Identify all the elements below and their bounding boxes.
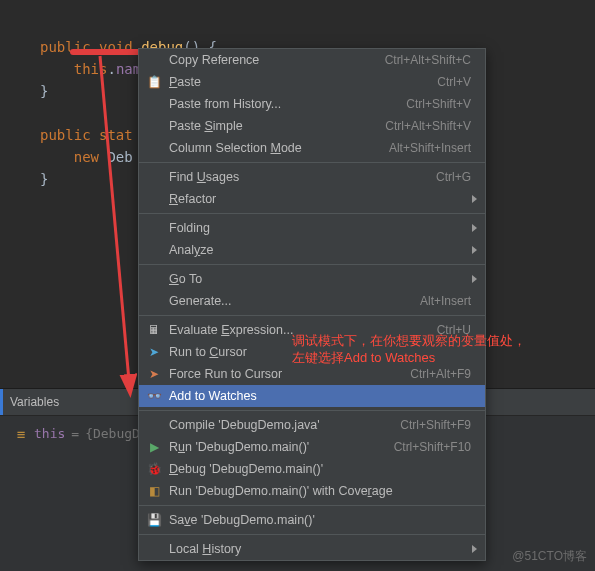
debug-icon: 🐞 xyxy=(147,462,161,476)
menu-item-label: Generate... xyxy=(169,294,420,308)
menu-item-label: Find Usages xyxy=(169,170,436,184)
menu-item[interactable]: Paste from History...Ctrl+Shift+V xyxy=(139,93,485,115)
menu-separator xyxy=(139,213,485,214)
menu-item-label: Force Run to Cursor xyxy=(169,367,410,381)
menu-item-shortcut: Ctrl+Shift+F9 xyxy=(400,418,471,432)
menu-item[interactable]: 👓Add to Watches xyxy=(139,385,485,407)
menu-item-shortcut: Ctrl+Alt+Shift+C xyxy=(385,53,471,67)
save-icon: 💾 xyxy=(147,513,161,527)
menu-item-label: Evaluate Expression... xyxy=(169,323,437,337)
menu-item[interactable]: Go To xyxy=(139,268,485,290)
context-menu: Copy ReferenceCtrl+Alt+Shift+C📋PasteCtrl… xyxy=(138,48,486,561)
menu-separator xyxy=(139,534,485,535)
menu-item[interactable]: 🖩Evaluate Expression...Ctrl+U xyxy=(139,319,485,341)
watermark: @51CTO博客 xyxy=(512,548,587,565)
menu-item-label: Column Selection Mode xyxy=(169,141,389,155)
menu-item-shortcut: Ctrl+Shift+F10 xyxy=(394,440,471,454)
menu-item-label: Save 'DebugDemo.main()' xyxy=(169,513,471,527)
force-run-cursor-icon: ➤ xyxy=(147,367,161,381)
submenu-arrow-icon xyxy=(472,246,477,254)
menu-item-label: Paste xyxy=(169,75,437,89)
menu-separator xyxy=(139,505,485,506)
var-icon: ≡ xyxy=(14,427,28,441)
menu-item[interactable]: Find UsagesCtrl+G xyxy=(139,166,485,188)
menu-separator xyxy=(139,264,485,265)
menu-item-shortcut: Ctrl+Shift+V xyxy=(406,97,471,111)
menu-item-shortcut: Ctrl+Alt+F9 xyxy=(410,367,471,381)
menu-item[interactable]: Copy ReferenceCtrl+Alt+Shift+C xyxy=(139,49,485,71)
menu-item-label: Go To xyxy=(169,272,471,286)
submenu-arrow-icon xyxy=(472,195,477,203)
menu-item-label: Run 'DebugDemo.main()' with Coverage xyxy=(169,484,471,498)
menu-item[interactable]: Refactor xyxy=(139,188,485,210)
run-icon: ▶ xyxy=(147,440,161,454)
menu-item[interactable]: ▶Run 'DebugDemo.main()'Ctrl+Shift+F10 xyxy=(139,436,485,458)
coverage-icon: ◧ xyxy=(147,484,161,498)
run-cursor-icon: ➤ xyxy=(147,345,161,359)
menu-separator xyxy=(139,162,485,163)
menu-item[interactable]: Paste SimpleCtrl+Alt+Shift+V xyxy=(139,115,485,137)
menu-item[interactable]: 🐞Debug 'DebugDemo.main()' xyxy=(139,458,485,480)
menu-item-label: Run 'DebugDemo.main()' xyxy=(169,440,394,454)
menu-item[interactable]: 📋PasteCtrl+V xyxy=(139,71,485,93)
menu-item-shortcut: Ctrl+V xyxy=(437,75,471,89)
menu-item-label: Compile 'DebugDemo.java' xyxy=(169,418,400,432)
menu-item-label: Analyze xyxy=(169,243,471,257)
submenu-arrow-icon xyxy=(472,224,477,232)
menu-separator xyxy=(139,410,485,411)
menu-item-label: Refactor xyxy=(169,192,471,206)
menu-item-label: Paste from History... xyxy=(169,97,406,111)
menu-item-label: Debug 'DebugDemo.main()' xyxy=(169,462,471,476)
menu-item-label: Add to Watches xyxy=(169,389,471,403)
menu-item[interactable]: Folding xyxy=(139,217,485,239)
var-name: this xyxy=(34,426,65,441)
menu-item-label: Run to Cursor xyxy=(169,345,471,359)
menu-item-shortcut: Alt+Shift+Insert xyxy=(389,141,471,155)
menu-item[interactable]: Generate...Alt+Insert xyxy=(139,290,485,312)
menu-item[interactable]: Local History xyxy=(139,538,485,560)
menu-item-shortcut: Alt+Insert xyxy=(420,294,471,308)
menu-item-label: Local History xyxy=(169,542,471,556)
submenu-arrow-icon xyxy=(472,545,477,553)
paste-icon: 📋 xyxy=(147,75,161,89)
menu-item-shortcut: Ctrl+G xyxy=(436,170,471,184)
menu-item-shortcut: Ctrl+Alt+Shift+V xyxy=(385,119,471,133)
menu-item-label: Folding xyxy=(169,221,471,235)
menu-item[interactable]: Compile 'DebugDemo.java'Ctrl+Shift+F9 xyxy=(139,414,485,436)
menu-item-label: Copy Reference xyxy=(169,53,385,67)
menu-item[interactable]: ➤Force Run to CursorCtrl+Alt+F9 xyxy=(139,363,485,385)
evaluate-icon: 🖩 xyxy=(147,323,161,337)
menu-item[interactable]: 💾Save 'DebugDemo.main()' xyxy=(139,509,485,531)
menu-item-shortcut: Ctrl+U xyxy=(437,323,471,337)
menu-separator xyxy=(139,315,485,316)
submenu-arrow-icon xyxy=(472,275,477,283)
menu-item[interactable]: Analyze xyxy=(139,239,485,261)
menu-item[interactable]: ➤Run to Cursor xyxy=(139,341,485,363)
watch-icon: 👓 xyxy=(147,389,161,403)
menu-item[interactable]: Column Selection ModeAlt+Shift+Insert xyxy=(139,137,485,159)
menu-item[interactable]: ◧Run 'DebugDemo.main()' with Coverage xyxy=(139,480,485,502)
menu-item-label: Paste Simple xyxy=(169,119,385,133)
